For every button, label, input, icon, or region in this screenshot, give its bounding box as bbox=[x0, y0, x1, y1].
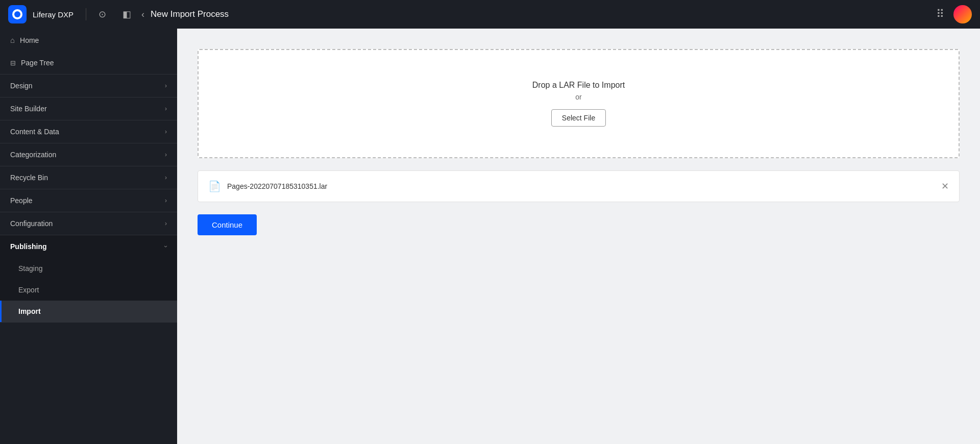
sidebar-item-label: Categorization bbox=[10, 151, 56, 159]
sidebar-sub-item-export[interactable]: Export bbox=[0, 279, 177, 301]
sidebar-section-home: ⌂ Home ⊟ Page Tree bbox=[0, 29, 177, 75]
app-name: Liferay DXP bbox=[33, 10, 74, 19]
sidebar-item-label: People bbox=[10, 196, 33, 205]
apps-grid-icon[interactable]: ⠿ bbox=[936, 8, 945, 21]
sidebar-item-configuration[interactable]: Configuration › bbox=[0, 212, 177, 235]
sidebar-item-label: Page Tree bbox=[21, 59, 54, 67]
sidebar-sub-item-staging[interactable]: Staging bbox=[0, 258, 177, 279]
continue-button[interactable]: Continue bbox=[198, 214, 257, 235]
sidebar-item-label: Design bbox=[10, 82, 33, 90]
chevron-right-icon: › bbox=[165, 174, 167, 181]
sidebar-item-publishing[interactable]: Publishing › bbox=[0, 235, 177, 258]
drop-zone-primary-text: Drop a LAR File to Import bbox=[532, 81, 625, 90]
drop-zone[interactable]: Drop a LAR File to Import or Select File bbox=[198, 49, 960, 158]
sidebar-item-page-tree[interactable]: ⊟ Page Tree bbox=[0, 52, 177, 74]
sidebar-sub-item-label: Import bbox=[18, 307, 41, 315]
back-button[interactable]: ‹ bbox=[141, 9, 144, 20]
chevron-right-icon: › bbox=[165, 220, 167, 227]
sidebar-item-label: Recycle Bin bbox=[10, 174, 48, 182]
chevron-right-icon: › bbox=[165, 82, 167, 89]
chevron-right-icon: › bbox=[165, 128, 167, 135]
sidebar-item-label: Content & Data bbox=[10, 128, 59, 136]
topbar-left: Liferay DXP ⊙ ◧ ‹ New Import Process bbox=[8, 5, 229, 23]
page-title: New Import Process bbox=[151, 9, 229, 19]
chevron-right-icon: › bbox=[165, 197, 167, 204]
sidebar-item-people[interactable]: People › bbox=[0, 189, 177, 212]
user-avatar[interactable] bbox=[953, 5, 972, 23]
chevron-right-icon: › bbox=[165, 105, 167, 112]
chevron-down-icon: › bbox=[162, 245, 169, 248]
sidebar-item-site-builder[interactable]: Site Builder › bbox=[0, 97, 177, 120]
file-name: Pages-20220707185310351.lar bbox=[227, 182, 327, 190]
sidebar: ⌂ Home ⊟ Page Tree Design › Site Builder bbox=[0, 29, 177, 444]
sidebar-section-design: Design › bbox=[0, 75, 177, 97]
sidebar-item-home[interactable]: ⌂ Home bbox=[0, 29, 177, 52]
sidebar-item-label: Site Builder bbox=[10, 105, 47, 113]
sidebar-sub-item-label: Export bbox=[18, 286, 39, 294]
topbar: Liferay DXP ⊙ ◧ ‹ New Import Process ⠿ bbox=[0, 0, 980, 29]
home-icon: ⌂ bbox=[10, 36, 15, 44]
file-remove-button[interactable]: ✕ bbox=[941, 181, 949, 192]
file-item: 📄 Pages-20220707185310351.lar ✕ bbox=[198, 170, 960, 202]
main-content: Drop a LAR File to Import or Select File… bbox=[177, 29, 980, 444]
sidebar-sub-item-label: Staging bbox=[18, 264, 42, 273]
sidebar-item-label: Home bbox=[20, 36, 39, 44]
layout: ⌂ Home ⊟ Page Tree Design › Site Builder bbox=[0, 29, 980, 444]
file-icon: 📄 bbox=[208, 180, 221, 192]
sidebar-section-categorization: Categorization › bbox=[0, 143, 177, 166]
sidebar-item-categorization[interactable]: Categorization › bbox=[0, 143, 177, 166]
sidebar-section-people: People › bbox=[0, 189, 177, 212]
sidebar-section-publishing: Publishing › Staging Export Import bbox=[0, 235, 177, 323]
nav-help-icon[interactable]: ⊙ bbox=[99, 9, 106, 20]
sidebar-toggle-icon[interactable]: ◧ bbox=[122, 9, 131, 20]
sidebar-item-content-data[interactable]: Content & Data › bbox=[0, 120, 177, 143]
drop-zone-or-text: or bbox=[575, 93, 581, 101]
sidebar-section-configuration: Configuration › bbox=[0, 212, 177, 235]
page-tree-icon: ⊟ bbox=[10, 59, 16, 67]
select-file-button[interactable]: Select File bbox=[551, 109, 606, 127]
sidebar-sub-item-import[interactable]: Import bbox=[0, 301, 177, 322]
sidebar-item-label: Publishing bbox=[10, 242, 47, 251]
sidebar-item-label: Configuration bbox=[10, 219, 53, 228]
sidebar-section-site-builder: Site Builder › bbox=[0, 97, 177, 120]
topbar-right: ⠿ bbox=[936, 5, 972, 23]
file-item-left: 📄 Pages-20220707185310351.lar bbox=[208, 180, 327, 192]
app-logo[interactable] bbox=[8, 5, 27, 23]
sidebar-item-recycle-bin[interactable]: Recycle Bin › bbox=[0, 166, 177, 189]
topbar-divider bbox=[86, 8, 86, 20]
topbar-nav: ⊙ ◧ ‹ New Import Process bbox=[99, 9, 229, 20]
sidebar-section-recycle-bin: Recycle Bin › bbox=[0, 166, 177, 189]
chevron-right-icon: › bbox=[165, 151, 167, 158]
sidebar-section-content-data: Content & Data › bbox=[0, 120, 177, 143]
sidebar-item-design[interactable]: Design › bbox=[0, 75, 177, 97]
